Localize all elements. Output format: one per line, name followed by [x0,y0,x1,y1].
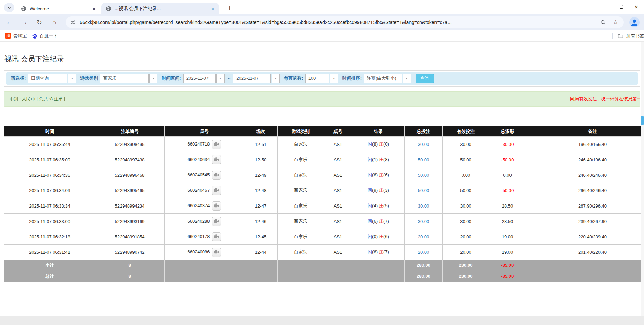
table-row: 2025-11-07 06:34:09522948995465660240467… [4,183,644,198]
video-replay-button[interactable] [212,248,221,257]
video-replay-icon [214,250,219,254]
minimize-button[interactable] [599,0,614,14]
dropdown-arrow-icon[interactable]: ▼ [272,74,280,83]
bet-id-cell: 522948998495 [95,137,165,152]
time-cell: 2025-11-07 06:33:00 [4,214,95,229]
search-button[interactable]: 查询 [416,74,434,83]
close-tab-icon[interactable]: × [210,5,216,12]
folder-icon [618,33,623,38]
table-row: 2025-11-07 06:31:41522948990742660240086… [4,245,644,260]
site-info-button[interactable] [71,20,76,25]
tab-title: Welcome [30,6,91,11]
tab-bet-records[interactable]: :::视讯 会员下注纪录::: × [101,3,219,14]
date-to-value[interactable]: 2025-11-07 [233,74,271,83]
video-replay-button[interactable] [212,171,221,180]
game-type-value[interactable]: 百家乐 [100,74,149,83]
subtotal-cell [352,260,405,271]
tab-search-button[interactable] [4,3,14,12]
date-from-picker[interactable]: 2025-11-07 ▼ [183,74,225,83]
forward-button[interactable]: → [18,16,30,28]
page-size-value[interactable]: 100 [305,74,329,83]
tab-favicon-slot-2 [106,6,111,11]
browser-toolbar: ← → ↻ ⌂ 66cxkj98.com/ipl/portal.php/game… [0,14,644,30]
table-header-row: 时间注单编号局号场次游戏类别桌号结果总投注有效投注总派彩备注 [4,126,644,137]
total-bet-link[interactable]: 20.00 [405,229,443,245]
session-cell: 12-46 [244,214,278,229]
table-no-cell: AS1 [324,152,352,167]
valid-bet-cell: 20.00 [443,245,489,260]
total-bet-link[interactable]: 50.00 [405,167,443,183]
close-window-button[interactable]: × [629,0,644,14]
profile-avatar[interactable] [629,17,640,27]
home-button[interactable]: ⌂ [49,16,60,28]
game-type-label: 游戏类别 [80,75,98,82]
result-cell: 闲(6)庄(7) [352,214,405,229]
dropdown-arrow-icon[interactable]: ▼ [149,74,157,83]
dropdown-arrow-icon[interactable]: ▼ [330,74,338,83]
query-type-combobox[interactable]: 日期查询 ▼ [28,74,76,83]
tab-welcome[interactable]: Welcome × [16,3,101,14]
total-bet-link[interactable]: 50.00 [405,183,443,198]
new-tab-button[interactable]: + [225,3,234,12]
total-bet-link[interactable]: 30.00 [405,214,443,229]
total-cell: -35.00 [489,271,526,282]
video-replay-button[interactable] [212,201,221,211]
close-tab-icon[interactable]: × [91,5,97,12]
address-bar[interactable]: 66cxkj98.com/ipl/portal.php/game/betreco… [66,16,624,28]
total-bet-link[interactable]: 30.00 [405,137,443,152]
rule-notice-text: 同局有效投注，统一计算在该局第一张注单内！ [570,92,640,106]
subtotal-cell: 8 [95,260,165,271]
dropdown-arrow-icon[interactable]: ▼ [216,74,225,83]
valid-bet-cell: 0.00 [443,167,489,183]
back-button[interactable]: ← [3,16,15,28]
game-type-combobox[interactable]: 百家乐 ▼ [100,74,157,83]
date-to-picker[interactable]: 2025-11-07 ▼ [233,74,280,83]
total-row: 总计8280.00230.00-35.00 [4,271,644,282]
video-replay-button[interactable] [212,155,221,164]
game-type-cell: 百家乐 [278,198,324,214]
dropdown-arrow-icon[interactable]: ▼ [68,74,76,83]
baidu-paw-icon [32,33,37,39]
scrollbar-thumb[interactable] [641,116,644,125]
note-cell: 239.40/267.90 [526,214,644,229]
page-size-combobox[interactable]: 100 ▼ [305,74,338,83]
total-bet-link[interactable]: 50.00 [405,152,443,167]
valid-bet-cell: 50.00 [443,152,489,167]
video-replay-button[interactable] [212,186,221,195]
dropdown-arrow-icon[interactable]: ▼ [403,74,411,83]
sort-order-combobox[interactable]: 降幂(由大到小) ▼ [364,74,411,83]
total-bet-link[interactable]: 20.00 [405,245,443,260]
bookmark-taobao[interactable]: 淘 爱淘宝 [5,33,27,39]
column-header: 有效投注 [443,126,489,137]
sort-order-value[interactable]: 降幂(由大到小) [364,74,402,83]
note-cell: 201.40/220.40 [526,245,644,260]
column-header: 总派彩 [489,126,526,137]
query-type-value[interactable]: 日期查询 [28,74,67,83]
session-cell: 12-51 [244,137,278,152]
total-bet-link[interactable]: 30.00 [405,198,443,214]
result-cell: 闲(8)庄(0) [352,137,405,152]
session-cell: 12-44 [244,245,278,260]
table-row: 2025-11-07 06:35:44522948998495660240718… [4,137,644,152]
taobao-icon: 淘 [5,33,11,39]
total-cell [244,271,278,282]
subtotal-cell [165,260,244,271]
video-replay-button[interactable] [212,232,221,241]
time-cell: 2025-11-07 06:33:34 [4,198,95,214]
tab-strip: Welcome × :::视讯 会员下注纪录::: × + × [0,0,644,14]
bookmark-star-icon[interactable]: ☆ [613,19,618,25]
video-replay-button[interactable] [212,140,221,149]
round-cell: 660240467 [165,183,244,198]
date-from-value[interactable]: 2025-11-07 [183,74,216,83]
bookmark-baidu[interactable]: 百度一下 [32,33,58,39]
video-replay-icon [214,157,219,162]
result-cell: 闲(1)庄(8) [352,152,405,167]
time-cell: 2025-11-07 06:35:44 [4,137,95,152]
all-bookmarks-button[interactable]: 所有书签 [618,33,644,39]
search-lens-icon[interactable] [600,20,606,25]
scrollbar-track[interactable] [641,42,644,316]
maximize-button[interactable] [614,0,629,14]
round-cell: 660240545 [165,167,244,183]
reload-button[interactable]: ↻ [34,16,45,28]
video-replay-button[interactable] [212,217,221,226]
